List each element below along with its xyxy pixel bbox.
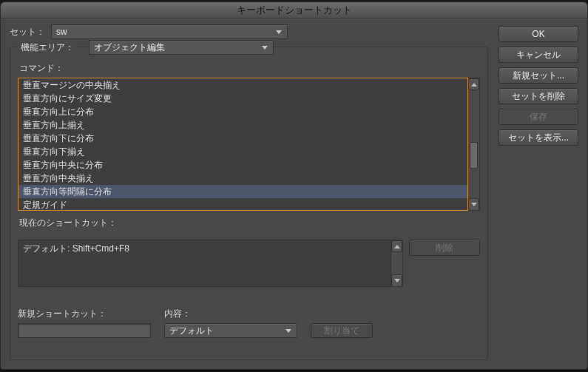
show-set-button[interactable]: セットを表示... — [499, 129, 578, 146]
command-item[interactable]: 定規ガイド — [18, 198, 467, 211]
commands-label: コマンド： — [19, 62, 480, 75]
set-label: セット： — [10, 26, 45, 38]
command-item[interactable]: 垂直方向中央に分布 — [18, 158, 467, 172]
scroll-down-button[interactable] — [468, 198, 479, 210]
chevron-down-icon — [283, 325, 294, 336]
dialog-title: キーボードショートカット — [1, 2, 587, 18]
commands-scrollbar[interactable] — [468, 78, 480, 211]
new-set-button[interactable]: 新規セット... — [499, 67, 578, 84]
commands-list-wrap: 垂直マージンの中央揃え垂直方向にサイズ変更垂直方向上に分布垂直方向上揃え垂直方向… — [18, 78, 480, 211]
command-item[interactable]: 垂直方向下に分布 — [18, 132, 467, 145]
current-shortcuts-row: デフォルト: Shift+Cmd+F8 削除 — [18, 240, 480, 287]
scroll-up-button[interactable] — [391, 240, 402, 252]
new-shortcut-row: 新規ショートカット： 内容： デフォルト 割り当て — [18, 308, 480, 338]
command-item[interactable]: 垂直方向にサイズ変更 — [18, 92, 467, 105]
delete-set-button[interactable]: セットを削除 — [499, 88, 578, 104]
scroll-up-button[interactable] — [468, 78, 479, 90]
area-label: 機能エリア： — [18, 41, 77, 54]
shortcuts-scrollbar[interactable] — [391, 240, 403, 287]
chevron-down-icon — [274, 27, 284, 37]
scroll-track[interactable] — [391, 252, 402, 274]
scroll-thumb[interactable] — [470, 142, 478, 169]
assign-button[interactable]: 割り当て — [311, 323, 373, 338]
main-panel: セット： sw 機能エリア： オブジェクト編集 コマンド： 垂直マージンの中央揃… — [10, 24, 488, 360]
dialog-window: キーボードショートカット セット： sw 機能エリア： オブジェクト編集 コ — [0, 1, 588, 370]
command-fieldset: 機能エリア： オブジェクト編集 コマンド： 垂直マージンの中央揃え垂直方向にサイ… — [10, 47, 488, 360]
commands-list[interactable]: 垂直マージンの中央揃え垂直方向にサイズ変更垂直方向上に分布垂直方向上揃え垂直方向… — [18, 78, 468, 211]
scroll-track[interactable] — [468, 90, 479, 198]
save-button[interactable]: 保存 — [499, 109, 578, 125]
command-item[interactable]: 垂直方向上揃え — [18, 118, 467, 132]
command-item[interactable]: 垂直マージンの中央揃え — [18, 78, 467, 92]
cancel-button[interactable]: キャンセル — [499, 47, 578, 63]
side-panel: OK キャンセル 新規セット... セットを削除 保存 セットを表示... — [499, 24, 578, 360]
new-shortcut-input[interactable] — [18, 323, 151, 338]
delete-shortcut-button[interactable]: 削除 — [409, 240, 480, 256]
set-dropdown-value: sw — [56, 27, 67, 37]
command-item[interactable]: 垂直方向中央揃え — [18, 172, 467, 185]
current-shortcuts-list[interactable]: デフォルト: Shift+Cmd+F8 — [18, 240, 391, 287]
area-dropdown-value: オブジェクト編集 — [94, 41, 165, 54]
dialog-content: セット： sw 機能エリア： オブジェクト編集 コマンド： 垂直マージンの中央揃… — [1, 18, 587, 369]
command-item[interactable]: 垂直方向等間隔に分布 — [18, 185, 467, 198]
command-item[interactable]: 垂直方向上に分布 — [18, 105, 467, 118]
scroll-down-button[interactable] — [391, 274, 402, 286]
set-dropdown[interactable]: sw — [51, 24, 288, 39]
context-label: 内容： — [164, 308, 291, 320]
context-dropdown[interactable]: デフォルト — [164, 323, 297, 338]
current-shortcuts-label: 現在のショートカット： — [19, 217, 480, 229]
chevron-down-icon — [260, 42, 270, 53]
current-shortcut-value: デフォルト: Shift+Cmd+F8 — [23, 243, 129, 254]
command-item[interactable]: 垂直方向下揃え — [18, 145, 467, 158]
ok-button[interactable]: OK — [499, 26, 578, 42]
context-dropdown-value: デフォルト — [169, 325, 214, 337]
set-row: セット： sw — [10, 24, 488, 39]
area-dropdown[interactable]: オブジェクト編集 — [89, 40, 274, 55]
new-shortcut-label: 新規ショートカット： — [18, 308, 145, 320]
